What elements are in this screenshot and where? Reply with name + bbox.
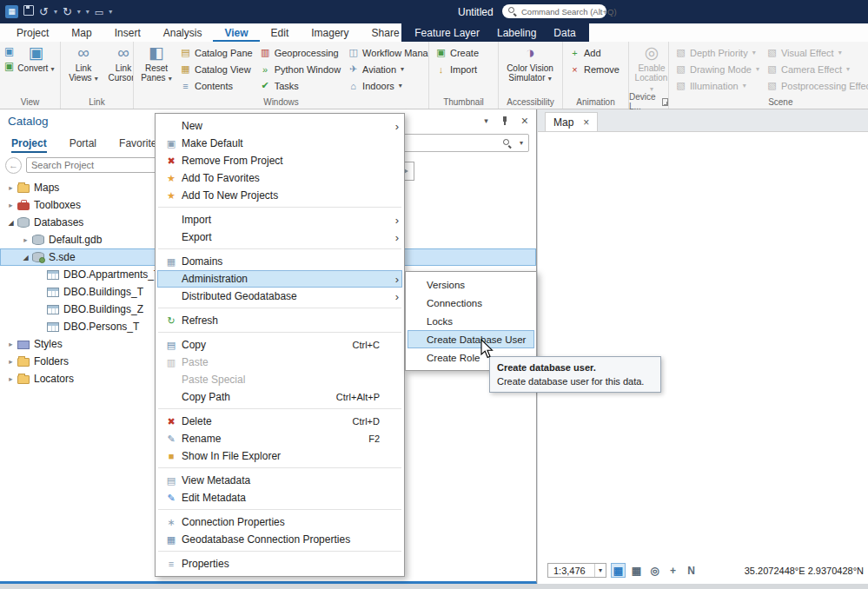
tab-edit[interactable]: Edit bbox=[260, 23, 301, 42]
indoors-button[interactable]: ⌂Indoors▾ bbox=[344, 77, 428, 94]
expanded-expander-icon[interactable]: ◢ bbox=[20, 254, 31, 261]
workflow-manager-button[interactable]: ◫Workflow Manager▾ bbox=[344, 44, 428, 61]
submenu-item-create-database-user[interactable]: Create Database User bbox=[407, 330, 534, 348]
scene-frame-icon[interactable]: ▣ bbox=[4, 61, 14, 71]
catalog-view-button[interactable]: ▦Catalog View bbox=[176, 61, 256, 77]
scale-selector[interactable]: 1:3,476 ▾ bbox=[547, 563, 606, 578]
layout-grid-icon[interactable]: ▦ bbox=[629, 563, 644, 578]
redo-dropdown-icon[interactable]: ▾ bbox=[77, 8, 81, 16]
create-button[interactable]: ▣Create bbox=[432, 44, 482, 61]
command-search[interactable]: Command Search (Alt+Q) bbox=[502, 4, 606, 18]
filter-dropdown-icon[interactable]: ▾ bbox=[520, 139, 523, 147]
menu-item-view-metadata[interactable]: ▤View Metadata bbox=[157, 472, 402, 489]
submenu-item-connections[interactable]: Connections bbox=[407, 294, 534, 312]
menu-item-show-in-file-explorer[interactable]: ■Show In File Explorer bbox=[157, 447, 402, 465]
menu-item-copy-path[interactable]: Copy PathCtrl+Alt+P bbox=[157, 388, 402, 406]
ribbon-display-dropdown-icon[interactable]: ▾ bbox=[109, 8, 112, 16]
contextual-tab-feature-layer[interactable]: Feature Layer bbox=[406, 27, 488, 39]
menu-item-export[interactable]: Export› bbox=[157, 228, 402, 246]
filter-search-icon bbox=[503, 139, 512, 148]
geodatabase-icon bbox=[32, 235, 44, 245]
menu-item-import[interactable]: Import› bbox=[157, 211, 402, 228]
properties-icon: ≡ bbox=[161, 559, 182, 569]
menu-separator bbox=[158, 467, 401, 468]
styles-icon bbox=[17, 341, 30, 349]
collapsed-expander-icon[interactable]: ▸ bbox=[20, 235, 31, 244]
ribbon-display-icon[interactable]: ▭ bbox=[95, 6, 103, 18]
crosshair-icon[interactable]: + bbox=[666, 563, 680, 578]
menu-item-administration[interactable]: Administration› bbox=[157, 270, 402, 288]
undo-dropdown-icon[interactable]: ▾ bbox=[54, 8, 57, 16]
menu-item-edit-metadata[interactable]: ✎Edit Metadata bbox=[157, 489, 402, 506]
table-icon bbox=[47, 322, 59, 332]
spatial-reference-icon[interactable]: ◎ bbox=[647, 563, 662, 578]
reset-panes-button[interactable]: ◧Reset Panes ▾ bbox=[136, 43, 176, 83]
tab-view[interactable]: View bbox=[213, 23, 259, 42]
contextual-tab-labeling[interactable]: Labeling bbox=[488, 27, 545, 39]
pane-menu-icon[interactable]: ▾ bbox=[484, 116, 488, 125]
menu-item-geodatabase-connection-properties[interactable]: ▦Geodatabase Connection Properties bbox=[157, 531, 402, 548]
close-icon[interactable]: × bbox=[583, 117, 589, 128]
aviation-icon: ✈ bbox=[348, 63, 359, 75]
import-button[interactable]: ↓Import bbox=[432, 61, 482, 77]
tab-map[interactable]: Map × bbox=[545, 112, 598, 131]
menu-item-properties[interactable]: ≡Properties bbox=[157, 555, 402, 572]
pane-close-icon[interactable]: × bbox=[521, 116, 528, 127]
geoprocessing-button[interactable]: ▥Geoprocessing bbox=[256, 44, 344, 61]
contextual-tab-data[interactable]: Data bbox=[545, 27, 584, 39]
link-cursors-button[interactable]: ∞Link Cursors bbox=[103, 43, 133, 83]
catalog-tab-portal[interactable]: Portal bbox=[70, 137, 96, 153]
map-status-icons: ▦▦◎+N bbox=[611, 563, 699, 578]
link-views-button[interactable]: ∞Link Views ▾ bbox=[63, 43, 103, 83]
menu-item-delete[interactable]: ✖DeleteCtrl+D bbox=[157, 413, 402, 430]
menu-item-new[interactable]: New› bbox=[157, 117, 402, 135]
submenu-item-locks[interactable]: Locks bbox=[407, 312, 534, 330]
redo-icon[interactable]: ↻ bbox=[63, 6, 72, 18]
catalog-tab-project[interactable]: Project bbox=[11, 137, 47, 153]
tab-project[interactable]: Project bbox=[5, 23, 60, 42]
tab-imagery[interactable]: Imagery bbox=[300, 23, 360, 42]
tab-insert[interactable]: Insert bbox=[103, 23, 152, 42]
pane-pin-icon[interactable] bbox=[500, 116, 509, 126]
delete-icon: ✖ bbox=[161, 416, 182, 427]
collapsed-expander-icon[interactable]: ▸ bbox=[5, 201, 17, 209]
tasks-button[interactable]: ✔Tasks bbox=[256, 77, 344, 94]
menu-item-distributed-geodatabase[interactable]: Distributed Geodatabase› bbox=[157, 288, 402, 305]
remove-button[interactable]: ×Remove bbox=[566, 61, 623, 77]
tab-analysis[interactable]: Analysis bbox=[152, 23, 214, 42]
tab-map[interactable]: Map bbox=[60, 23, 103, 42]
menu-item-add-to-favorites[interactable]: ★Add To Favorites bbox=[157, 169, 402, 187]
map-frame-icon[interactable]: ▣ bbox=[4, 46, 14, 56]
menu-item-make-default[interactable]: ▣Make Default bbox=[157, 135, 402, 152]
collapsed-expander-icon[interactable]: ▸ bbox=[5, 357, 17, 366]
collapsed-expander-icon[interactable]: ▸ bbox=[5, 340, 17, 348]
undo-icon[interactable]: ↺ bbox=[39, 6, 49, 18]
menu-item-remove-from-project[interactable]: ✖Remove From Project bbox=[157, 152, 402, 169]
collapsed-expander-icon[interactable]: ▸ bbox=[5, 183, 17, 192]
color-vision-simulator-button[interactable]: ◑Color Vision Simulator ▾ bbox=[501, 43, 559, 83]
save-icon[interactable] bbox=[23, 5, 34, 18]
collapsed-expander-icon[interactable]: ▸ bbox=[5, 374, 17, 383]
python-window-button[interactable]: »Python Window bbox=[256, 61, 344, 77]
search-project-input[interactable] bbox=[26, 157, 163, 173]
submenu-item-versions[interactable]: Versions bbox=[407, 275, 534, 294]
menu-item-rename[interactable]: ✎RenameF2 bbox=[157, 430, 402, 447]
menu-item-refresh[interactable]: ↻Refresh bbox=[157, 312, 402, 329]
menu-item-copy[interactable]: ▤CopyCtrl+C bbox=[157, 336, 402, 354]
scale-dropdown-icon[interactable]: ▾ bbox=[594, 564, 606, 577]
add-button[interactable]: +Add bbox=[566, 44, 623, 61]
convert-button[interactable]: ▣Convert ▾ bbox=[16, 43, 56, 74]
north-arrow-icon[interactable]: N bbox=[684, 563, 699, 578]
shortcut-label: Ctrl+C bbox=[353, 340, 380, 350]
table-grid-icon[interactable]: ▦ bbox=[611, 563, 626, 578]
quick-access-customize-icon[interactable]: ▾ bbox=[86, 8, 89, 16]
contents-button[interactable]: ≡Contents bbox=[176, 77, 256, 94]
menu-item-add-to-new-projects[interactable]: ★Add To New Projects bbox=[157, 187, 402, 204]
expanded-expander-icon[interactable]: ◢ bbox=[5, 219, 17, 227]
menu-item-domains[interactable]: ▦Domains bbox=[157, 253, 402, 270]
catalog-pane-button[interactable]: ▤Catalog Pane bbox=[176, 44, 256, 61]
search-back-icon[interactable]: ← bbox=[5, 157, 22, 174]
aviation-button[interactable]: ✈Aviation▾ bbox=[344, 61, 428, 77]
menu-item-connection-properties[interactable]: ∗Connection Properties bbox=[157, 513, 402, 531]
dialog-launcher-icon[interactable] bbox=[662, 98, 668, 106]
